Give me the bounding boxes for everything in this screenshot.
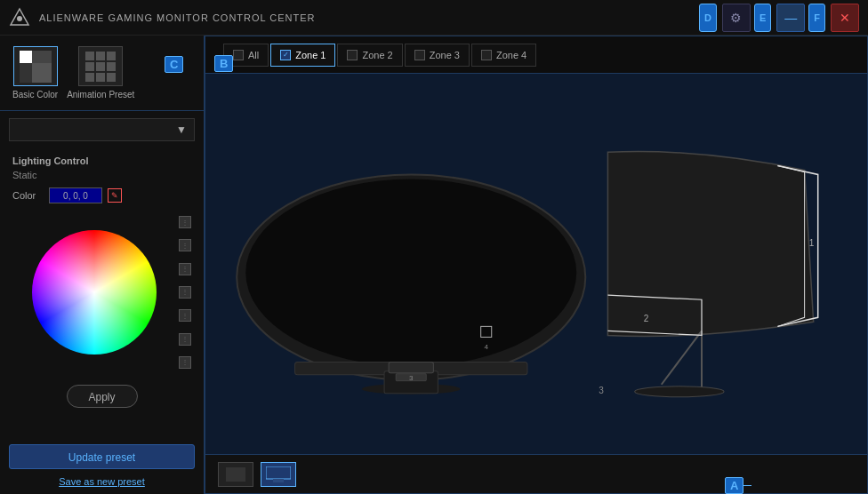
zone-4-label: Zone 4 <box>496 50 526 60</box>
vslider-7[interactable] <box>179 356 191 369</box>
preset-basic-color[interactable]: Basic Color <box>12 46 58 100</box>
svg-rect-20 <box>273 479 284 482</box>
close-button[interactable]: ✕ <box>831 4 859 32</box>
monitor-front-view: 3 4 <box>237 174 585 394</box>
color-row: Color 0, 0, 0 ✎ <box>12 187 191 203</box>
preset-icons-row: Basic Color A <box>0 36 204 111</box>
vslider-2[interactable] <box>179 239 191 251</box>
zone-all-checkbox[interactable] <box>233 50 244 60</box>
anim-cell <box>107 62 116 71</box>
titlebar: ALIENWARE GAMING MONITOR CONTROL CENTER … <box>0 0 868 36</box>
svg-rect-18 <box>226 467 245 482</box>
list-view-icon <box>226 467 245 482</box>
svg-point-5 <box>362 384 461 394</box>
vslider-4[interactable] <box>179 286 191 299</box>
anim-cell <box>107 73 116 82</box>
annotation-a: A <box>725 477 743 494</box>
monitor-svg: 3 4 <box>205 74 867 454</box>
monitor-display-area: 3 4 <box>205 74 867 454</box>
zone-tab-1[interactable]: ✓ Zone 1 <box>270 44 335 67</box>
lighting-mode-label: Static <box>12 170 191 180</box>
anim-cell <box>107 52 116 60</box>
lighting-control-title: Lighting Control <box>12 155 191 166</box>
annotation-a-container: A <box>725 485 751 486</box>
svg-rect-6 <box>384 371 438 394</box>
animation-grid-icon <box>85 52 116 82</box>
zone-tab-2[interactable]: Zone 2 <box>337 44 402 67</box>
app-logo <box>9 7 30 28</box>
svg-rect-7 <box>389 363 433 373</box>
annotation-c-container: C <box>165 64 182 65</box>
zone-2-label: Zone 2 <box>362 50 392 60</box>
svg-point-3 <box>245 179 576 366</box>
preset-animation-img <box>78 46 123 86</box>
monitor-rear-view: 1 2 3 <box>599 151 817 396</box>
view-button-1[interactable] <box>218 462 253 487</box>
zone-1-checkbox[interactable]: ✓ <box>280 50 291 60</box>
anim-cell <box>96 73 105 82</box>
preset-basic-color-label: Basic Color <box>12 90 58 100</box>
color-label: Color <box>12 190 44 201</box>
preset-animation[interactable]: Animation Preset <box>67 46 134 100</box>
color-swatch[interactable]: 0, 0, 0 <box>49 187 102 203</box>
anim-cell <box>85 52 94 60</box>
zone-tab-3[interactable]: Zone 3 <box>405 44 470 67</box>
color-wheel[interactable] <box>32 230 157 355</box>
svg-point-1 <box>17 16 22 21</box>
annotation-e: E <box>754 4 771 32</box>
settings-button[interactable]: ⚙ <box>722 4 751 32</box>
app-title: ALIENWARE GAMING MONITOR CONTROL CENTER <box>39 12 316 23</box>
svg-rect-4 <box>295 363 527 375</box>
bottom-bar: A <box>205 454 867 493</box>
anim-cell <box>96 62 105 71</box>
svg-rect-10 <box>481 326 492 337</box>
monitor-view-icon <box>266 466 291 482</box>
zone-3-checkbox[interactable] <box>414 50 425 60</box>
update-preset-button[interactable]: Update preset <box>9 444 195 469</box>
main-layout: Basic Color A <box>0 36 868 494</box>
annotation-c: C <box>165 56 183 73</box>
zone-tab-4[interactable]: Zone 4 <box>471 44 536 67</box>
sliders-area <box>12 212 191 372</box>
dropdown-chevron-icon: ▼ <box>176 124 187 136</box>
svg-rect-19 <box>266 466 291 479</box>
basic-color-icon <box>20 51 52 83</box>
zone-3-label: Zone 3 <box>430 50 460 60</box>
titlebar-left: ALIENWARE GAMING MONITOR CONTROL CENTER <box>9 7 316 28</box>
vslider-5[interactable] <box>179 309 191 322</box>
preset-animation-label: Animation Preset <box>67 90 134 100</box>
svg-text:1: 1 <box>809 238 815 248</box>
save-new-preset-link[interactable]: Save as new preset <box>0 476 204 487</box>
color-value: 0, 0, 0 <box>63 191 88 201</box>
lighting-control: Lighting Control Static Color 0, 0, 0 ✎ <box>0 148 204 441</box>
vertical-sliders <box>179 212 191 372</box>
zone-2-checkbox[interactable] <box>347 50 358 60</box>
apply-button[interactable]: Apply <box>67 385 138 408</box>
color-picker-icon[interactable]: ✎ <box>108 188 122 203</box>
svg-line-12 <box>662 331 702 384</box>
annotation-f: F <box>808 4 825 32</box>
vslider-1[interactable] <box>179 216 191 228</box>
vslider-3[interactable] <box>179 263 191 275</box>
color-wheel-container <box>12 212 175 372</box>
minimize-button[interactable]: — <box>776 4 805 32</box>
preset-basic-color-img <box>13 46 58 86</box>
view-button-2[interactable] <box>261 462 296 487</box>
svg-point-14 <box>635 386 725 397</box>
annotation-b: B <box>214 55 233 72</box>
mode-dropdown[interactable]: ▼ <box>9 118 195 141</box>
annotation-d: D <box>699 4 717 32</box>
svg-text:3: 3 <box>409 374 414 382</box>
zone-1-label: Zone 1 <box>295 50 326 60</box>
titlebar-controls: D ⚙ E — F ✕ <box>699 4 859 32</box>
vslider-6[interactable] <box>179 333 191 346</box>
svg-rect-8 <box>396 374 426 381</box>
anim-cell <box>96 52 105 60</box>
svg-text:2: 2 <box>644 314 649 323</box>
svg-text:4: 4 <box>484 343 488 351</box>
anim-cell <box>85 73 94 82</box>
anim-cell <box>85 62 94 71</box>
zone-4-checkbox[interactable] <box>481 50 492 60</box>
right-panel: B All ✓ Zone 1 Zone 2 Zone 3 <box>205 36 868 494</box>
zone-all-label: All <box>248 50 259 60</box>
